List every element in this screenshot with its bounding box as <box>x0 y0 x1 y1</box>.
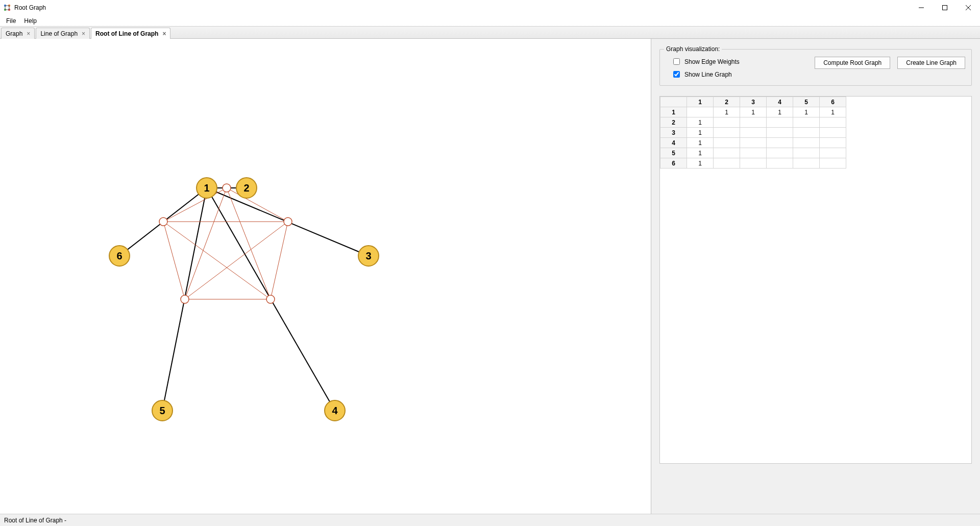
table-cell[interactable] <box>820 128 846 138</box>
table-cell[interactable]: 1 <box>687 148 714 158</box>
table-row: 21 <box>660 117 846 128</box>
table-cell[interactable] <box>740 148 767 158</box>
show-line-graph-checkbox[interactable] <box>673 71 680 78</box>
line-graph-edge[interactable] <box>185 188 227 299</box>
tab-line-of-graph[interactable]: Line of Graph× <box>36 28 90 39</box>
row-header[interactable]: 1 <box>660 107 687 117</box>
table-cell[interactable]: 1 <box>687 117 714 128</box>
menu-bar: File Help <box>0 15 980 27</box>
table-cell[interactable] <box>714 158 740 169</box>
graph-node-label: 6 <box>116 250 122 261</box>
table-cell[interactable] <box>714 138 740 148</box>
compute-root-graph-button[interactable]: Compute Root Graph <box>815 57 890 69</box>
graph-node-label: 1 <box>204 182 209 194</box>
table-cell[interactable] <box>714 148 740 158</box>
table-cell[interactable] <box>793 128 820 138</box>
graph-node-label: 4 <box>332 405 338 416</box>
table-cell[interactable] <box>740 117 767 128</box>
table-cell[interactable]: 1 <box>687 158 714 169</box>
col-header[interactable]: 2 <box>714 97 740 107</box>
graph-node-label: 5 <box>159 405 165 416</box>
table-cell[interactable] <box>714 128 740 138</box>
show-line-graph-row[interactable]: Show Line Graph <box>671 69 740 79</box>
show-edge-weights-checkbox[interactable] <box>673 58 680 65</box>
row-header[interactable]: 3 <box>660 128 687 138</box>
table-row: 41 <box>660 138 846 148</box>
row-header[interactable]: 4 <box>660 138 687 148</box>
close-button[interactable] <box>957 0 980 15</box>
table-cell[interactable] <box>820 138 846 148</box>
tab-root-of-line-of-graph[interactable]: Root of Line of Graph× <box>91 28 170 39</box>
table-cell[interactable] <box>793 117 820 128</box>
show-line-graph-label: Show Line Graph <box>684 71 732 78</box>
line-graph-edge[interactable] <box>185 222 288 299</box>
table-cell[interactable] <box>820 117 846 128</box>
row-header[interactable]: 5 <box>660 148 687 158</box>
line-graph-edge[interactable] <box>163 222 271 299</box>
table-cell[interactable] <box>820 148 846 158</box>
table-cell[interactable]: 1 <box>714 107 740 117</box>
table-cell[interactable]: 1 <box>687 138 714 148</box>
table-cell[interactable] <box>820 158 846 169</box>
table-cell[interactable] <box>767 138 793 148</box>
table-row: 51 <box>660 148 846 158</box>
table-cell[interactable] <box>767 117 793 128</box>
table-cell[interactable]: 1 <box>793 107 820 117</box>
line-graph-edge[interactable] <box>271 222 288 299</box>
table-row: 31 <box>660 128 846 138</box>
line-graph-edge[interactable] <box>227 188 288 222</box>
col-header[interactable]: 6 <box>820 97 846 107</box>
tab-close-icon[interactable]: × <box>162 31 166 37</box>
group-legend: Graph visualization: <box>664 45 722 53</box>
maximize-button[interactable] <box>933 0 957 15</box>
table-cell[interactable] <box>740 128 767 138</box>
table-cell[interactable] <box>793 148 820 158</box>
table-cell[interactable] <box>740 138 767 148</box>
line-graph-edge[interactable] <box>163 188 227 222</box>
col-header[interactable]: 3 <box>740 97 767 107</box>
table-row: 111111 <box>660 107 846 117</box>
line-graph-node[interactable] <box>223 184 231 192</box>
table-cell[interactable] <box>740 158 767 169</box>
table-cell[interactable]: 1 <box>820 107 846 117</box>
line-graph-node[interactable] <box>284 218 292 226</box>
title-bar: Root Graph <box>0 0 980 15</box>
row-header[interactable]: 2 <box>660 117 687 128</box>
side-panel: Graph visualization: Show Edge Weights S… <box>651 39 980 514</box>
col-header[interactable]: 5 <box>793 97 820 107</box>
adjacency-table[interactable]: 1234561111112131415161 <box>660 97 846 169</box>
create-line-graph-button[interactable]: Create Line Graph <box>897 57 965 69</box>
line-graph-node[interactable] <box>159 218 167 226</box>
table-cell[interactable]: 1 <box>740 107 767 117</box>
tab-close-icon[interactable]: × <box>82 31 85 37</box>
tab-close-icon[interactable]: × <box>27 31 30 37</box>
app-icon <box>3 4 11 12</box>
table-cell[interactable] <box>793 158 820 169</box>
status-text: Root of Line of Graph - <box>4 517 66 524</box>
table-cell[interactable] <box>767 128 793 138</box>
minimize-button[interactable] <box>910 0 933 15</box>
table-corner <box>660 97 687 107</box>
line-graph-edge[interactable] <box>227 188 271 299</box>
menu-file[interactable]: File <box>2 16 20 26</box>
tab-label: Line of Graph <box>40 30 78 37</box>
col-header[interactable]: 4 <box>767 97 793 107</box>
menu-help[interactable]: Help <box>20 16 41 26</box>
graph-canvas[interactable]: 123456 <box>0 39 651 514</box>
line-graph-node[interactable] <box>181 295 189 303</box>
tab-label: Graph <box>6 30 22 37</box>
graph-visualization-group: Graph visualization: Show Edge Weights S… <box>659 49 972 86</box>
line-graph-edge[interactable] <box>163 222 185 299</box>
table-cell[interactable] <box>767 158 793 169</box>
table-cell[interactable] <box>767 148 793 158</box>
table-cell[interactable] <box>793 138 820 148</box>
col-header[interactable]: 1 <box>687 97 714 107</box>
show-edge-weights-row[interactable]: Show Edge Weights <box>671 57 740 66</box>
table-cell[interactable] <box>687 107 714 117</box>
line-graph-node[interactable] <box>266 295 275 303</box>
table-cell[interactable]: 1 <box>687 128 714 138</box>
table-cell[interactable]: 1 <box>767 107 793 117</box>
table-cell[interactable] <box>714 117 740 128</box>
row-header[interactable]: 6 <box>660 158 687 169</box>
tab-graph[interactable]: Graph× <box>1 28 35 39</box>
